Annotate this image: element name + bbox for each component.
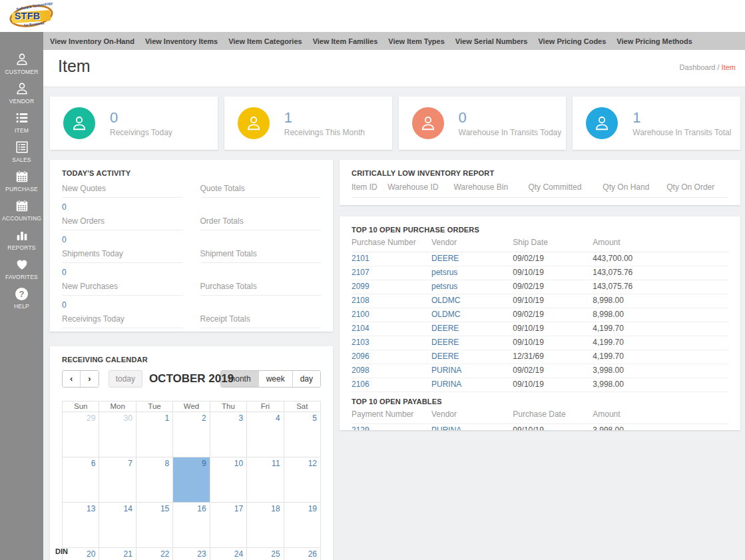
topnav-link-view-inventory-on-hand[interactable]: View Inventory On-Hand xyxy=(45,37,140,45)
cell-vendor-link[interactable]: petsrus xyxy=(431,282,513,291)
stat-card-value[interactable]: 0 xyxy=(459,110,562,126)
cell-number-link[interactable]: 2096 xyxy=(352,352,431,361)
calendar-day-cell-3[interactable]: 3 xyxy=(210,412,247,457)
calendar-day-cell-14[interactable]: 14 xyxy=(99,503,136,548)
calendar-day-cell-22[interactable]: 22 xyxy=(136,548,173,560)
activity-value[interactable]: 0 xyxy=(62,230,183,244)
calendar-day-cell-11[interactable]: 11 xyxy=(247,457,284,503)
sidebar-item-favorites[interactable]: FAVORITES xyxy=(0,257,43,280)
stat-card-warehouse-in-transits-today[interactable]: 0Warehouse In Transits Today xyxy=(399,97,567,150)
calendar-day-number: 26 xyxy=(308,549,317,559)
calendar-day-cell-26[interactable]: 26 xyxy=(284,548,321,560)
cell-vendor-link[interactable]: PURINA xyxy=(431,366,513,375)
calendar-day-cell-30[interactable]: 30 xyxy=(99,412,136,457)
cell-vendor-link[interactable]: PURINA xyxy=(431,426,513,430)
stat-card-value[interactable]: 1 xyxy=(632,110,731,126)
cell-number-link[interactable]: 2129 xyxy=(352,426,431,430)
sidebar-item-purchase[interactable]: PURCHASE xyxy=(0,169,43,192)
calendar-day-header-thu: Thu xyxy=(210,402,247,412)
topnav-link-view-pricing-codes[interactable]: View Pricing Codes xyxy=(533,37,611,45)
sidebar-item-sales[interactable]: SALES xyxy=(0,140,43,163)
topnav-link-view-item-types[interactable]: View Item Types xyxy=(383,37,450,45)
cell-number-link[interactable]: 2099 xyxy=(352,282,431,291)
cell-number-link[interactable]: 2108 xyxy=(352,296,431,305)
calendar-view-day-button[interactable]: day xyxy=(292,371,320,387)
cell-vendor-link[interactable]: DEERE xyxy=(431,338,513,347)
stat-card-receivings-this-month[interactable]: 1Receivings This Month xyxy=(224,97,392,150)
calendar-day-cell-9[interactable]: 9 xyxy=(173,457,210,503)
calendar-day-number: 3 xyxy=(238,414,243,423)
calendar-day-number: 24 xyxy=(234,549,243,559)
topnav-link-view-inventory-items[interactable]: View Inventory Items xyxy=(140,37,223,45)
cell-vendor-link[interactable]: PURINA xyxy=(431,380,513,389)
activity-value[interactable]: 0 xyxy=(62,198,183,212)
calendar-day-cell-20[interactable]: 20 xyxy=(63,548,99,560)
calendar-day-cell-5[interactable]: 5 xyxy=(284,412,321,457)
calendar-day-cell-21[interactable]: 21 xyxy=(99,548,136,560)
calendar-day-cell-12[interactable]: 12 xyxy=(284,457,321,503)
cell-amount: 8,998.00 xyxy=(593,296,728,305)
calendar-day-cell-10[interactable]: 10 xyxy=(210,457,247,503)
purchase-order-row: 2101DEERE09/02/19443,700.00 xyxy=(352,252,728,266)
sidebar-item-item[interactable]: ITEM xyxy=(0,111,43,134)
cell-vendor-link[interactable]: OLDMC xyxy=(431,296,513,305)
calendar-day-cell-24[interactable]: 24 xyxy=(210,548,247,560)
sidebar-item-accounting[interactable]: ACCOUNTING xyxy=(0,198,43,222)
cell-number-link[interactable]: 2098 xyxy=(352,366,431,375)
calendar-view-week-button[interactable]: week xyxy=(258,371,292,387)
topnav-link-view-item-families[interactable]: View Item Families xyxy=(308,37,383,45)
calendar-day-cell-2[interactable]: 2 xyxy=(173,412,210,457)
calendar-day-cell-29[interactable]: 29 xyxy=(63,412,99,457)
calendar-next-button[interactable]: › xyxy=(80,371,98,387)
cell-number-link[interactable]: 2107 xyxy=(352,268,431,277)
calendar-day-number: 30 xyxy=(123,414,132,423)
stat-card-receivings-today[interactable]: 0Receivings Today xyxy=(50,97,218,150)
cell-number-link[interactable]: 2101 xyxy=(352,254,431,263)
cell-number-link[interactable]: 2104 xyxy=(352,324,431,333)
calendar-today-button[interactable]: today xyxy=(109,370,142,388)
calendar-day-number: 13 xyxy=(87,504,95,513)
breadcrumb: Dashboard / Item xyxy=(680,63,736,71)
calendar-day-cell-6[interactable]: 6 xyxy=(63,457,99,503)
calendar-partial-event[interactable]: DIN xyxy=(55,547,68,555)
sidebar-item-reports[interactable]: REPORTS xyxy=(0,228,43,251)
cell-vendor-link[interactable]: DEERE xyxy=(431,352,513,361)
cell-vendor-link[interactable]: OLDMC xyxy=(431,310,513,319)
activity-value[interactable]: 0 xyxy=(62,296,183,310)
activity-value[interactable]: 1 xyxy=(62,328,183,332)
sidebar-item-vendor[interactable]: VENDOR xyxy=(0,81,43,105)
top-bar: Software Technology STFB for Business xyxy=(0,0,745,32)
cell-number-link[interactable]: 2106 xyxy=(352,380,431,389)
calendar-day-cell-17[interactable]: 17 xyxy=(210,503,247,548)
calendar-day-cell-7[interactable]: 7 xyxy=(99,457,136,503)
calendar-day-cell-16[interactable]: 16 xyxy=(173,503,210,548)
calendar-day-cell-8[interactable]: 8 xyxy=(136,457,173,503)
topnav-link-view-item-categories[interactable]: View Item Categories xyxy=(223,37,307,45)
calendar-day-cell-1[interactable]: 1 xyxy=(136,412,173,457)
calendar-day-cell-13[interactable]: 13 xyxy=(63,503,99,548)
topnav-link-view-pricing-methods[interactable]: View Pricing Methods xyxy=(611,37,698,45)
activity-value[interactable]: 0 xyxy=(62,263,183,277)
cell-number-link[interactable]: 2103 xyxy=(352,338,431,347)
cell-amount: 3,998.00 xyxy=(593,426,728,430)
sidebar-item-help[interactable]: ?HELP xyxy=(0,286,43,310)
calendar-day-cell-23[interactable]: 23 xyxy=(173,548,210,560)
stfb-logo[interactable]: Software Technology STFB for Business xyxy=(5,1,61,31)
calendar-day-cell-19[interactable]: 19 xyxy=(284,503,321,548)
calendar-day-cell-25[interactable]: 25 xyxy=(247,548,284,560)
cell-vendor-link[interactable]: petsrus xyxy=(431,268,513,277)
breadcrumb-dashboard-link[interactable]: Dashboard xyxy=(680,63,716,71)
cell-vendor-link[interactable]: DEERE xyxy=(431,324,513,333)
calendar-day-cell-15[interactable]: 15 xyxy=(136,503,173,548)
calendar-day-cell-4[interactable]: 4 xyxy=(247,412,284,457)
sidebar-item-customer[interactable]: CUSTOMER xyxy=(0,52,43,75)
cell-number-link[interactable]: 2100 xyxy=(352,310,431,319)
calendar-prev-button[interactable]: ‹ xyxy=(63,371,80,387)
stat-card-value[interactable]: 0 xyxy=(110,110,172,126)
sidebar-item-label: CUSTOMER xyxy=(5,69,38,75)
topnav-link-view-serial-numbers[interactable]: View Serial Numbers xyxy=(450,37,533,45)
stat-card-warehouse-in-transits-total[interactable]: 1Warehouse In Transits Total xyxy=(573,97,740,150)
cell-vendor-link[interactable]: DEERE xyxy=(431,254,513,263)
stat-card-value[interactable]: 1 xyxy=(284,110,365,126)
calendar-day-cell-18[interactable]: 18 xyxy=(247,503,284,548)
